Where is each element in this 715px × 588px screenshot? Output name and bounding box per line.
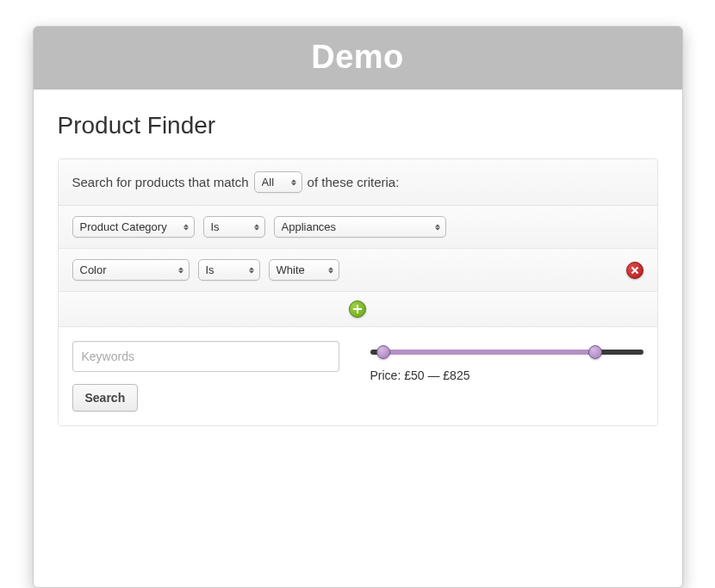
add-criteria-button[interactable] bbox=[349, 300, 366, 318]
match-suffix: of these criteria: bbox=[308, 175, 400, 189]
add-criteria-row bbox=[59, 292, 657, 327]
value-select-wrap: White bbox=[269, 259, 339, 281]
operator-select[interactable]: Is bbox=[203, 216, 265, 238]
value-select-wrap: Appliances bbox=[274, 216, 446, 238]
window-title: Demo bbox=[34, 27, 682, 90]
search-controls: Search Price: £50 — £825 bbox=[59, 327, 657, 425]
criteria-row: Color Is White bbox=[59, 249, 657, 292]
search-button[interactable]: Search bbox=[72, 384, 139, 412]
field-select-wrap: Product Category bbox=[72, 216, 195, 238]
price-slider[interactable] bbox=[370, 343, 644, 362]
criteria-row: Product Category Is Appliances bbox=[59, 206, 657, 249]
app-window: Demo Product Finder Search for products … bbox=[33, 26, 683, 588]
content-area: Product Finder Search for products that … bbox=[34, 90, 682, 455]
operator-select-wrap: Is bbox=[198, 259, 260, 281]
search-left-column: Search bbox=[72, 341, 339, 412]
match-select[interactable]: All bbox=[254, 171, 302, 193]
match-sentence: Search for products that match All of th… bbox=[59, 159, 657, 206]
slider-handle-max[interactable] bbox=[588, 345, 602, 359]
price-label: Price: £50 — £825 bbox=[370, 368, 644, 382]
page-title: Product Finder bbox=[58, 112, 658, 139]
keywords-input[interactable] bbox=[72, 341, 339, 372]
remove-criteria-button[interactable] bbox=[626, 262, 644, 279]
operator-select[interactable]: Is bbox=[198, 259, 260, 281]
match-select-wrap: All bbox=[254, 171, 302, 193]
field-select-wrap: Color bbox=[72, 259, 190, 281]
value-select[interactable]: White bbox=[269, 259, 339, 281]
field-select[interactable]: Product Category bbox=[72, 216, 195, 238]
criteria-panel: Search for products that match All of th… bbox=[58, 158, 658, 426]
operator-select-wrap: Is bbox=[203, 216, 265, 238]
match-prefix: Search for products that match bbox=[72, 175, 249, 189]
field-select[interactable]: Color bbox=[72, 259, 190, 281]
value-select[interactable]: Appliances bbox=[274, 216, 446, 238]
slider-handle-min[interactable] bbox=[376, 345, 390, 359]
slider-range bbox=[383, 350, 595, 355]
price-column: Price: £50 — £825 bbox=[370, 341, 644, 382]
